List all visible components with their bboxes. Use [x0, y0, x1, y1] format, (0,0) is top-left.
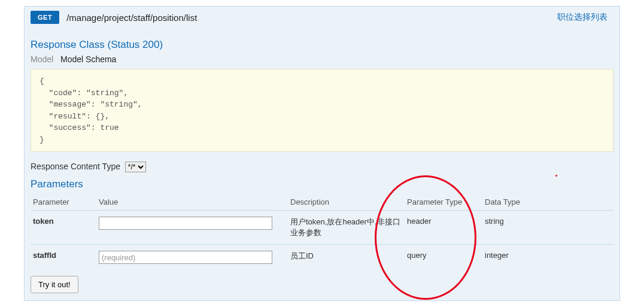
col-header-parameter: Parameter: [31, 194, 96, 211]
tab-model[interactable]: Model: [31, 54, 53, 64]
endpoint-summary: 职位选择列表: [557, 12, 607, 23]
param-value-input[interactable]: [99, 251, 272, 264]
param-value-input[interactable]: [99, 217, 272, 230]
content-type-select[interactable]: */*: [125, 162, 146, 172]
param-data-type: integer: [482, 245, 613, 270]
operation-header[interactable]: GET /manage/project/staff/position/list …: [25, 7, 619, 28]
param-description: 员工ID: [288, 245, 405, 270]
col-header-description: Description: [288, 194, 405, 211]
param-description: 用户token,放在header中,非接口业务参数: [288, 211, 405, 245]
model-schema-box[interactable]: { "code": "string", "message": "string",…: [31, 69, 613, 152]
swagger-operation-panel: GET /manage/project/staff/position/list …: [24, 6, 620, 301]
response-class-title: Response Class (Status 200): [31, 39, 613, 51]
model-tabs: Model Model Schema: [31, 54, 613, 64]
param-data-type: string: [482, 211, 613, 245]
parameters-title: Parameters: [31, 178, 613, 190]
content-type-row: Response Content Type */*: [31, 162, 613, 172]
col-header-data-type: Data Type: [482, 194, 613, 211]
endpoint-path: /manage/project/staff/position/list: [66, 13, 557, 23]
parameters-table: Parameter Value Description Parameter Ty…: [31, 194, 613, 270]
table-row: token 用户token,放在header中,非接口业务参数 header s…: [31, 211, 613, 245]
content-type-label: Response Content Type: [31, 162, 120, 171]
param-type: header: [405, 211, 482, 245]
col-header-value: Value: [96, 194, 288, 211]
col-header-parameter-type: Parameter Type: [405, 194, 482, 211]
try-it-out-button[interactable]: Try it out!: [31, 276, 78, 293]
annotation-dot: [555, 175, 557, 177]
param-name: staffId: [31, 245, 96, 270]
table-row: staffId 员工ID query integer: [31, 245, 613, 270]
param-type: query: [405, 245, 482, 270]
tab-model-schema[interactable]: Model Schema: [60, 54, 116, 64]
http-method-badge: GET: [31, 11, 59, 24]
param-name: token: [31, 211, 96, 245]
operation-body: Response Class (Status 200) Model Model …: [25, 28, 619, 300]
